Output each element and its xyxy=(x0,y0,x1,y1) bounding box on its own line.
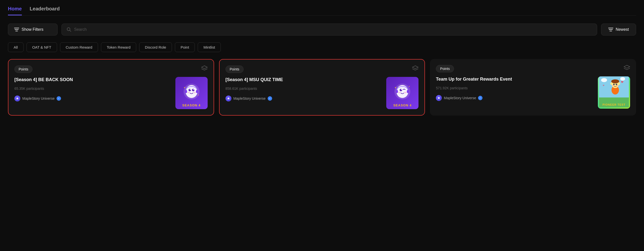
svg-point-37 xyxy=(613,84,615,85)
card-3-author-name: MapleStory Universe xyxy=(444,96,476,100)
show-filters-button[interactable]: Show Filters xyxy=(8,24,58,36)
card-2-title: [Season 4] MSU QUIZ TIME xyxy=(226,77,384,82)
chip-custom-reward[interactable]: Custom Reward xyxy=(60,42,98,52)
main-nav: Home Leaderboard xyxy=(8,0,636,16)
author-icon-1 xyxy=(14,96,20,102)
svg-point-11 xyxy=(192,89,194,91)
svg-point-19 xyxy=(198,94,199,95)
card-3-badge: Points xyxy=(436,65,454,72)
card-1-body: [Season 4] BE BACK SOON 65.35K participa… xyxy=(14,77,208,109)
svg-rect-15 xyxy=(196,90,198,93)
card-3-info: Team Up for Greater Rewards Event 571.92… xyxy=(436,76,595,101)
card-3-title: Team Up for Greater Rewards Event xyxy=(436,76,595,82)
card-2-author: MapleStory Universe ✓ xyxy=(226,96,384,102)
chip-oat-nft[interactable]: OAT & NFT xyxy=(26,42,57,52)
sort-button[interactable]: Newest xyxy=(601,24,636,36)
chip-discord-role[interactable]: Discord Role xyxy=(139,42,172,52)
card-3-author: MapleStory Universe ✓ xyxy=(436,95,595,101)
svg-point-10 xyxy=(188,89,191,91)
svg-point-18 xyxy=(184,87,185,88)
card-3-body: Team Up for Greater Rewards Event 571.92… xyxy=(436,76,630,109)
layers-icon-2 xyxy=(412,66,418,71)
author-icon-3 xyxy=(436,95,442,101)
card-1-author-name: MapleStory Universe xyxy=(22,96,54,100)
svg-point-38 xyxy=(616,84,617,85)
search-input[interactable] xyxy=(74,27,592,32)
card-3-verified: ✓ xyxy=(478,96,482,100)
svg-point-43 xyxy=(610,82,613,85)
svg-point-23 xyxy=(401,89,402,90)
svg-point-29 xyxy=(409,86,410,86)
chip-mintlist[interactable]: Mintlist xyxy=(198,42,221,52)
card-3-image: PIONEER TEST xyxy=(598,76,630,109)
svg-rect-25 xyxy=(407,90,409,93)
svg-point-39 xyxy=(614,84,614,84)
filter-icon xyxy=(14,27,19,32)
svg-point-22 xyxy=(400,89,402,91)
card-1-season-badge: SEASON 4 xyxy=(182,104,201,107)
card-3-participants: 571.92K participants xyxy=(436,86,595,90)
svg-point-26 xyxy=(398,92,401,93)
svg-point-12 xyxy=(190,89,191,90)
sort-label: Newest xyxy=(616,27,629,32)
card-1-author: MapleStory Universe ✓ xyxy=(14,96,172,102)
svg-point-40 xyxy=(616,84,617,84)
layers-icon xyxy=(201,66,208,71)
card-1-title: [Season 4] BE BACK SOON xyxy=(14,77,172,82)
card-3-header: Points xyxy=(436,65,630,72)
card-2-body: [Season 4] MSU QUIZ TIME 858.61K partici… xyxy=(226,77,419,109)
svg-point-9 xyxy=(186,85,198,98)
svg-rect-24 xyxy=(396,90,398,93)
svg-point-28 xyxy=(395,87,396,88)
tab-leaderboard[interactable]: Leaderboard xyxy=(30,6,60,16)
search-bar xyxy=(62,24,597,36)
chip-all[interactable]: All xyxy=(8,42,24,52)
card-2-verified: ✓ xyxy=(268,96,272,101)
card-2-badge: Points xyxy=(226,66,244,73)
card-1-header: Points xyxy=(14,66,208,73)
svg-point-13 xyxy=(193,89,194,90)
card-2-participants: 858.61K participants xyxy=(226,86,384,90)
cards-grid: Points [Season 4] BE BACK SOON 65.35K pa… xyxy=(8,59,636,126)
card-2-info: [Season 4] MSU QUIZ TIME 858.61K partici… xyxy=(226,77,384,102)
svg-line-4 xyxy=(70,30,71,32)
toolbar: Show Filters Newest xyxy=(8,24,636,36)
svg-point-44 xyxy=(618,82,620,85)
card-1-info: [Season 4] BE BACK SOON 65.35K participa… xyxy=(14,77,172,102)
card-1[interactable]: Points [Season 4] BE BACK SOON 65.35K pa… xyxy=(8,59,214,116)
svg-point-17 xyxy=(193,92,196,93)
card-2-season-badge: SEASON 4 xyxy=(393,104,412,107)
card-2-header: Points xyxy=(226,66,419,73)
svg-point-31 xyxy=(601,78,607,82)
filter-chips: All OAT & NFT Custom Reward Token Reward… xyxy=(8,42,636,52)
card-1-badge: Points xyxy=(14,66,32,73)
layers-icon-3 xyxy=(624,65,630,70)
svg-point-16 xyxy=(187,92,190,93)
sort-icon xyxy=(608,28,613,32)
card-3-pioneer-badge: PIONEER TEST xyxy=(598,103,630,106)
svg-point-21 xyxy=(396,85,408,98)
svg-point-27 xyxy=(404,92,406,93)
tab-home[interactable]: Home xyxy=(8,6,22,16)
show-filters-label: Show Filters xyxy=(22,27,44,32)
card-2-author-name: MapleStory Universe xyxy=(234,96,266,100)
card-1-image: SEASON 4 xyxy=(176,77,208,109)
search-icon xyxy=(67,27,71,32)
card-2-image: SEASON 4 xyxy=(386,77,418,109)
card-2[interactable]: Points [Season 4] MSU QUIZ TIME 858.61K … xyxy=(219,59,425,116)
card-1-verified: ✓ xyxy=(56,96,61,101)
svg-point-32 xyxy=(620,77,625,80)
author-icon-2 xyxy=(226,96,232,102)
chip-point[interactable]: Point xyxy=(175,42,195,52)
card-3[interactable]: Points Team Up for Greater Rewards Event… xyxy=(430,59,636,116)
card-1-participants: 65.35K participants xyxy=(14,86,172,90)
svg-rect-14 xyxy=(185,90,187,93)
chip-token-reward[interactable]: Token Reward xyxy=(101,42,136,52)
